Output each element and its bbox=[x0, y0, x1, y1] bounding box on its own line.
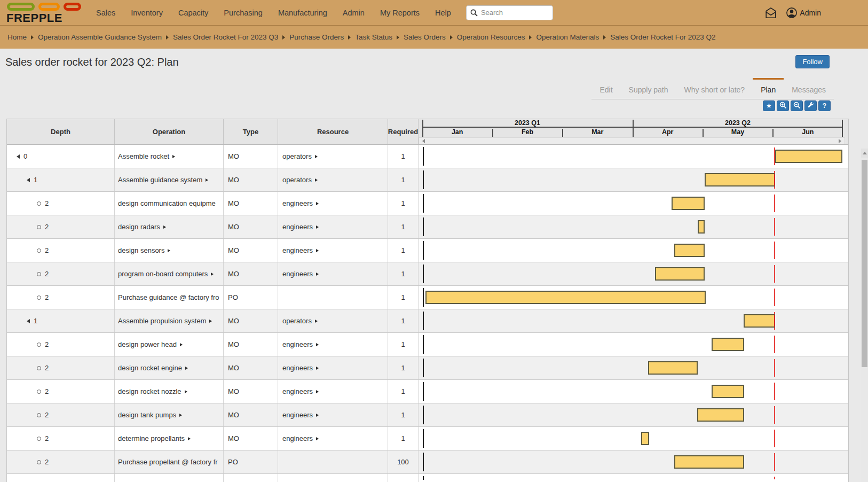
depth-value: 2 bbox=[45, 458, 49, 466]
resource-menu-icon[interactable] bbox=[315, 155, 318, 158]
resource-cell bbox=[278, 450, 388, 473]
due-date-line bbox=[774, 359, 775, 377]
plan-row: 1Assemble guidance systemMOoperators1 bbox=[7, 168, 848, 192]
operationplan-bar[interactable] bbox=[641, 432, 649, 445]
resource-menu-icon[interactable] bbox=[316, 273, 319, 276]
operation-menu-icon[interactable] bbox=[185, 367, 188, 370]
operation-menu-icon[interactable] bbox=[206, 178, 208, 182]
breadcrumb-item[interactable]: Purchase Orders bbox=[289, 33, 344, 41]
column-header-operation: Operation bbox=[115, 119, 224, 144]
operationplan-bar[interactable] bbox=[672, 197, 705, 210]
gantt-scroll-left-icon[interactable] bbox=[422, 139, 425, 143]
operationplan-bar[interactable] bbox=[425, 291, 706, 304]
operation-cell: program on-board computers bbox=[115, 262, 224, 285]
resource-menu-icon[interactable] bbox=[316, 437, 319, 440]
operationplan-bar[interactable] bbox=[775, 150, 842, 163]
favorite-button[interactable]: ★ bbox=[763, 100, 775, 111]
breadcrumb-item[interactable]: Home bbox=[7, 33, 27, 41]
resource-menu-icon[interactable] bbox=[316, 249, 319, 252]
operationplan-bar[interactable] bbox=[674, 455, 744, 469]
menu-item-manufacturing[interactable]: Manufacturing bbox=[278, 9, 327, 17]
operation-menu-icon[interactable] bbox=[163, 226, 166, 229]
breadcrumb-item[interactable]: Operation Resources bbox=[457, 33, 525, 41]
customize-icon bbox=[807, 102, 814, 110]
operationplan-bar[interactable] bbox=[648, 361, 698, 375]
operation-menu-icon[interactable] bbox=[188, 437, 191, 440]
collapse-icon[interactable] bbox=[27, 178, 30, 182]
operation-name: design communication equipme bbox=[118, 199, 216, 207]
gantt-cell bbox=[419, 380, 848, 403]
month-label: Apr bbox=[633, 128, 703, 137]
menu-item-purchasing[interactable]: Purchasing bbox=[224, 9, 263, 17]
tab-plan[interactable]: Plan bbox=[753, 78, 784, 99]
operationplan-bar[interactable] bbox=[712, 385, 744, 398]
zoom-out-button[interactable] bbox=[791, 100, 803, 111]
search-input[interactable] bbox=[466, 5, 553, 20]
resource-menu-icon[interactable] bbox=[316, 390, 319, 393]
resource-menu-icon[interactable] bbox=[316, 414, 319, 417]
timescale-tick bbox=[772, 129, 774, 137]
vertical-scrollbar-thumb[interactable] bbox=[862, 160, 867, 367]
depth-value: 2 bbox=[45, 270, 49, 278]
operation-menu-icon[interactable] bbox=[211, 273, 214, 276]
follow-button[interactable]: Follow bbox=[795, 55, 830, 68]
tab-why-short-or-late-[interactable]: Why short or late? bbox=[676, 78, 753, 99]
tab-supply-path[interactable]: Supply path bbox=[621, 78, 676, 99]
zoom-in-button[interactable] bbox=[777, 100, 789, 111]
gantt-cell bbox=[419, 192, 848, 215]
menu-item-inventory[interactable]: Inventory bbox=[131, 9, 163, 17]
resource-menu-icon[interactable] bbox=[316, 226, 319, 229]
operationplan-bar[interactable] bbox=[655, 267, 705, 281]
operation-menu-icon[interactable] bbox=[172, 155, 175, 158]
menu-item-help[interactable]: Help bbox=[435, 9, 451, 17]
depth-cell: 2 bbox=[7, 333, 115, 356]
breadcrumb-item[interactable]: Sales Order Rocket For 2023 Q3 bbox=[173, 33, 278, 41]
inbox-mail-icon[interactable] bbox=[764, 6, 778, 20]
resource-menu-icon[interactable] bbox=[316, 343, 319, 346]
resource-menu-icon[interactable] bbox=[316, 202, 319, 205]
menu-item-sales[interactable]: Sales bbox=[96, 9, 115, 17]
tab-messages[interactable]: Messages bbox=[784, 78, 834, 99]
operationplan-bar[interactable] bbox=[712, 338, 744, 351]
operationplan-bar[interactable] bbox=[674, 244, 705, 257]
timescale-tick bbox=[633, 120, 634, 137]
breadcrumb-item[interactable]: Task Status bbox=[355, 33, 392, 41]
scroll-up-button[interactable] bbox=[861, 149, 868, 158]
gantt-cell bbox=[419, 403, 848, 426]
menu-item-capacity[interactable]: Capacity bbox=[178, 9, 208, 17]
collapse-icon[interactable] bbox=[17, 154, 20, 159]
breadcrumb-item[interactable]: Operation Materials bbox=[536, 33, 599, 41]
help-button[interactable]: ? bbox=[818, 100, 831, 111]
resource-menu-icon[interactable] bbox=[315, 320, 318, 323]
resource-menu-icon[interactable] bbox=[315, 178, 318, 182]
resource-menu-icon[interactable] bbox=[316, 367, 319, 370]
gantt-scroll-right-icon[interactable] bbox=[839, 139, 841, 143]
customize-button[interactable] bbox=[804, 100, 817, 111]
operation-menu-icon[interactable] bbox=[179, 414, 182, 417]
leaf-node-icon bbox=[37, 460, 41, 464]
resource-name: engineers bbox=[282, 364, 313, 372]
user-menu[interactable]: Admin bbox=[785, 6, 821, 19]
menu-item-my-reports[interactable]: My Reports bbox=[380, 9, 420, 17]
operation-menu-icon[interactable] bbox=[209, 320, 212, 323]
gantt-cell bbox=[419, 450, 848, 473]
type-cell: MO bbox=[224, 239, 278, 262]
collapse-icon[interactable] bbox=[27, 319, 30, 323]
operation-cell: design radars bbox=[115, 215, 224, 238]
quarter-label: 2023 Q1 bbox=[422, 119, 633, 127]
tab-edit[interactable]: Edit bbox=[591, 78, 620, 99]
operation-menu-icon[interactable] bbox=[185, 390, 187, 393]
operationplan-bar[interactable] bbox=[697, 408, 744, 422]
operation-menu-icon[interactable] bbox=[180, 343, 183, 346]
operation-menu-icon[interactable] bbox=[168, 249, 170, 252]
breadcrumb-item[interactable]: Sales Orders bbox=[404, 33, 446, 41]
operationplan-bar[interactable] bbox=[705, 173, 775, 186]
operationplan-bar[interactable] bbox=[744, 314, 775, 328]
gantt-cell bbox=[419, 168, 848, 191]
frepple-logo[interactable]: FREPPLE bbox=[6, 2, 81, 24]
depth-cell: 1 bbox=[7, 309, 115, 332]
breadcrumb-item[interactable]: Operation Assemble Guidance System bbox=[38, 33, 162, 41]
operationplan-bar[interactable] bbox=[698, 220, 705, 234]
breadcrumb-item[interactable]: Sales Order Rocket For 2023 Q2 bbox=[610, 33, 715, 41]
menu-item-admin[interactable]: Admin bbox=[343, 9, 365, 17]
